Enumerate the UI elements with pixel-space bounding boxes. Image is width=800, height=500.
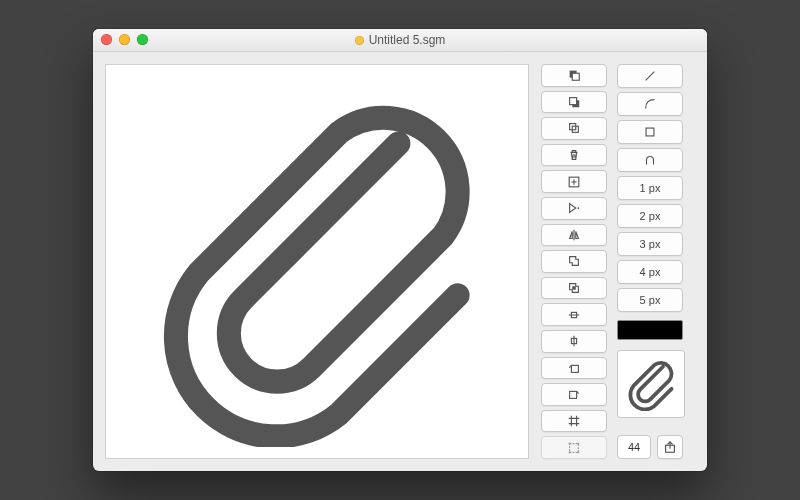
app-window: Untitled 5.sgm (93, 29, 707, 471)
stroke-1px-button[interactable]: 1 px (617, 176, 683, 200)
paperclip-icon (132, 77, 502, 447)
svg-rect-1 (572, 74, 579, 81)
align-horizontal-button[interactable] (541, 303, 607, 326)
icon-preview (617, 350, 685, 418)
stroke-3px-button[interactable]: 3 px (617, 232, 683, 256)
delete-button[interactable] (541, 144, 607, 167)
stroke-4px-button[interactable]: 4 px (617, 260, 683, 284)
canvas-area (93, 52, 541, 471)
svg-rect-11 (571, 365, 578, 372)
document-proxy-icon[interactable] (355, 36, 364, 45)
preview-controls: 44 (617, 435, 683, 459)
subtract-button[interactable] (541, 277, 607, 300)
flip-horizontal-button[interactable] (541, 224, 607, 247)
send-to-back-button[interactable] (541, 91, 607, 114)
color-swatch[interactable] (617, 320, 683, 340)
convert-to-path-button[interactable] (541, 197, 607, 220)
add-shape-button[interactable] (541, 170, 607, 193)
preview-size-field[interactable]: 44 (617, 435, 651, 459)
svg-rect-15 (578, 442, 580, 444)
window-title: Untitled 5.sgm (355, 33, 446, 47)
svg-rect-14 (569, 442, 571, 444)
svg-point-7 (578, 207, 580, 209)
window-title-text: Untitled 5.sgm (369, 33, 446, 47)
svg-rect-3 (570, 98, 577, 105)
rotate-cw-button[interactable] (541, 383, 607, 406)
svg-rect-17 (578, 451, 580, 453)
close-window-button[interactable] (101, 34, 112, 45)
bring-to-front-button[interactable] (541, 64, 607, 87)
grid-button[interactable] (541, 410, 607, 433)
rectangle-tool-button[interactable] (617, 120, 683, 144)
shape-tool-column: 1 px 2 px 3 px 4 px 5 px 44 (617, 64, 683, 459)
drawing-canvas[interactable] (105, 64, 529, 459)
svg-rect-18 (646, 128, 654, 136)
rotate-ccw-button[interactable] (541, 357, 607, 380)
zoom-window-button[interactable] (137, 34, 148, 45)
paperclip-icon (624, 357, 678, 411)
titlebar: Untitled 5.sgm (93, 29, 707, 52)
stroke-2px-button[interactable]: 2 px (617, 204, 683, 228)
union-button[interactable] (541, 250, 607, 273)
svg-rect-8 (572, 286, 576, 290)
svg-rect-12 (570, 392, 577, 399)
curve-tool-button[interactable] (617, 92, 683, 116)
tool-panels: 1 px 2 px 3 px 4 px 5 px 44 (541, 52, 707, 471)
align-vertical-button[interactable] (541, 330, 607, 353)
bounds-button[interactable] (541, 436, 607, 459)
edit-tool-column (541, 64, 607, 459)
stroke-5px-button[interactable]: 5 px (617, 288, 683, 312)
svg-rect-16 (569, 451, 571, 453)
window-body: 1 px 2 px 3 px 4 px 5 px 44 (93, 52, 707, 471)
export-button[interactable] (657, 435, 683, 459)
window-controls (101, 34, 148, 45)
svg-rect-13 (570, 443, 579, 452)
arch-tool-button[interactable] (617, 148, 683, 172)
line-tool-button[interactable] (617, 64, 683, 88)
duplicate-button[interactable] (541, 117, 607, 140)
minimize-window-button[interactable] (119, 34, 130, 45)
